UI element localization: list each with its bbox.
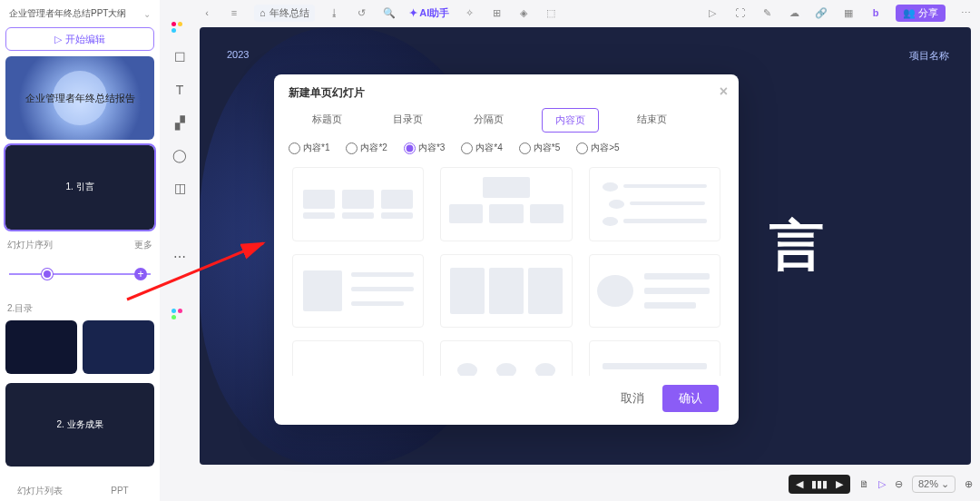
brand-b-icon[interactable]: b (868, 5, 883, 20)
grid-icon[interactable]: ▦ (841, 5, 856, 20)
template-option[interactable] (589, 254, 720, 329)
zoom-value[interactable]: 82% ⌄ (912, 476, 956, 493)
timeline-node[interactable] (42, 269, 53, 280)
template-grid (292, 167, 720, 376)
tab-title-page[interactable]: 标题页 (299, 108, 355, 133)
cloud-icon[interactable]: ☁ (787, 5, 801, 20)
back-icon[interactable]: ‹ (200, 5, 214, 20)
radio-content-4[interactable]: 内容*4 (461, 142, 502, 154)
template-option[interactable] (292, 340, 424, 376)
modal-title: 新建单页幻灯片 (289, 86, 365, 99)
home-icon: ⌂ (260, 7, 266, 18)
tab-toc-page[interactable]: 目录页 (380, 108, 436, 133)
radio-content-gt5[interactable]: 内容>5 (576, 142, 619, 154)
confirm-button[interactable]: 确认 (662, 385, 719, 412)
slide-project-label: 项目名称 (909, 49, 949, 63)
template-option[interactable] (440, 254, 572, 329)
slide-1-title: 企业管理者年终总结报告 (25, 92, 135, 105)
palette-icon[interactable] (172, 309, 188, 319)
theme-colors-icon[interactable] (172, 22, 188, 33)
play-icon: ▷ (54, 34, 62, 45)
slide-4-title: 2. 业务成果 (56, 418, 103, 431)
doc-title[interactable]: 企业管理者年终总结PPT大纲 ⌄ (5, 5, 154, 22)
zoom-out-icon[interactable]: ⊖ (895, 478, 903, 490)
play-icon[interactable]: ▷ (705, 5, 720, 20)
slide-thumb-2[interactable]: 1. 引言 (5, 145, 154, 229)
search-icon[interactable]: 🔍 (382, 5, 397, 20)
modal-tabs: 标题页 目录页 分隔页 内容页 结束页 (274, 108, 739, 142)
export-icon[interactable]: ⭳ (328, 5, 342, 20)
tool-c-icon[interactable]: ⬚ (544, 5, 558, 20)
left-bottom-tabs: 幻灯片列表 PPT (0, 481, 160, 501)
timeline-add-button[interactable]: + (134, 268, 147, 280)
text-icon[interactable]: T (172, 82, 188, 98)
comment-icon[interactable]: ✎ (760, 5, 774, 20)
slide-year: 2023 (227, 49, 249, 60)
notes-icon[interactable]: 🗎 (859, 478, 869, 489)
mini-thumb-b[interactable] (83, 320, 154, 374)
tool-b-icon[interactable]: ◈ (516, 5, 531, 20)
crop-icon[interactable]: ☐ (172, 49, 188, 65)
radio-content-2[interactable]: 内容*2 (346, 142, 387, 154)
radio-content-1[interactable]: 内容*1 (289, 142, 329, 154)
tool-a-icon[interactable]: ⊞ (489, 5, 504, 20)
start-edit-label: 开始编辑 (65, 33, 105, 46)
vertical-toolbar: ☐ T ▞ ◯ ◫ ⋯ (167, 22, 192, 319)
close-icon[interactable]: × (720, 84, 728, 100)
template-option[interactable] (292, 167, 424, 241)
link-icon[interactable]: 🔗 (814, 5, 828, 20)
template-option[interactable] (440, 340, 572, 376)
mini-row-label: 2.目录 (5, 299, 154, 315)
menu-icon[interactable]: ≡ (227, 5, 241, 20)
sparkle-icon[interactable]: ✧ (462, 5, 476, 20)
breadcrumb-pill[interactable]: ⌂ 年终总结 (254, 5, 315, 22)
share-label: 分享 (918, 6, 938, 20)
ai-assistant-button[interactable]: ✦ AI助手 (409, 6, 450, 20)
template-option[interactable] (440, 167, 572, 241)
history-icon[interactable]: ↺ (355, 5, 369, 20)
shape-icon[interactable]: ◯ (172, 147, 188, 163)
tab-slide-list[interactable]: 幻灯片列表 (0, 481, 80, 501)
radio-content-3[interactable]: 内容*3 (404, 142, 445, 154)
mini-thumb-a[interactable] (5, 320, 77, 374)
tab-end-page[interactable]: 结束页 (624, 108, 680, 133)
start-edit-button[interactable]: ▷ 开始编辑 (5, 27, 154, 51)
doc-title-text: 企业管理者年终总结PPT大纲 (9, 7, 126, 20)
status-bar: ◀ ▮▮▮ ▶ 🗎 ▷ ⊖ 82% ⌄ ⊕ (200, 472, 973, 496)
new-slide-modal: 新建单页幻灯片 × 标题页 目录页 分隔页 内容页 结束页 内容*1 内容*2 … (274, 74, 739, 425)
chart-icon[interactable]: ◫ (172, 180, 188, 196)
page-indicator[interactable]: ◀ ▮▮▮ ▶ (789, 475, 850, 494)
timeline[interactable]: + (5, 257, 154, 293)
slide-panel: 企业管理者年终总结PPT大纲 ⌄ ▷ 开始编辑 企业管理者年终总结报告 1. 引… (0, 0, 160, 481)
template-option[interactable] (589, 167, 720, 241)
slide-2-title: 1. 引言 (65, 181, 93, 193)
slide-thumb-4[interactable]: 2. 业务成果 (5, 383, 154, 467)
breadcrumb-text: 年终总结 (270, 6, 309, 20)
template-option[interactable] (292, 254, 424, 329)
slide-heading-partial: 言 (769, 210, 826, 283)
template-option[interactable] (589, 340, 720, 376)
more-icon[interactable]: ⋯ (172, 249, 188, 265)
section-more-link[interactable]: 更多 (134, 239, 152, 251)
image-icon[interactable]: ▞ (172, 114, 188, 131)
section-label: 幻灯片序列 更多 (5, 235, 154, 251)
chevron-down-icon: ⌄ (143, 9, 151, 19)
slide-thumb-1[interactable]: 企业管理者年终总结报告 (5, 56, 154, 140)
share-button[interactable]: 👥 分享 (896, 5, 946, 22)
zoom-in-icon[interactable]: ⊕ (965, 478, 973, 490)
tab-ppt[interactable]: PPT (80, 481, 160, 501)
tab-content-page[interactable]: 内容页 (542, 108, 599, 133)
cancel-button[interactable]: 取消 (612, 385, 653, 412)
topbar: ‹ ≡ ⌂ 年终总结 ⭳ ↺ 🔍 ✦ AI助手 ✧ ⊞ ◈ ⬚ ▷ ⛶ ✎ ☁ … (200, 2, 973, 24)
play-small-icon[interactable]: ▷ (878, 478, 886, 490)
content-count-radios: 内容*1 内容*2 内容*3 内容*4 内容*5 内容>5 (274, 142, 739, 163)
share-icon: 👥 (903, 7, 916, 19)
tab-divider-page[interactable]: 分隔页 (461, 108, 516, 133)
present-icon[interactable]: ⛶ (732, 5, 747, 20)
overflow-icon[interactable]: ⋯ (958, 5, 973, 20)
radio-content-5[interactable]: 内容*5 (519, 142, 560, 154)
